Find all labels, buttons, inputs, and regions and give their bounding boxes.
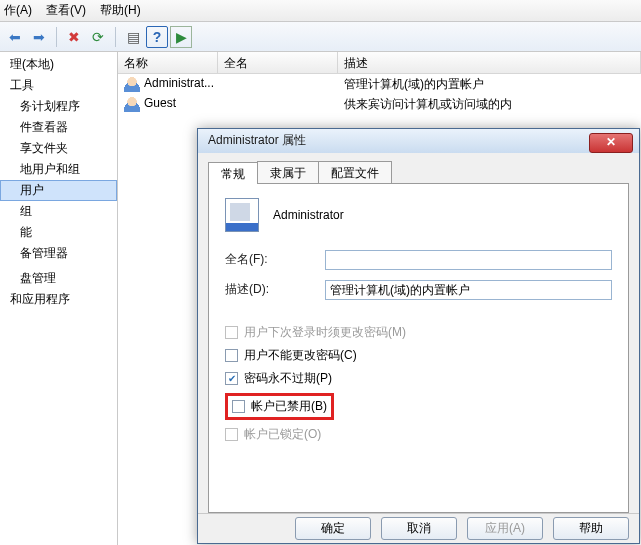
apply-button[interactable]: 应用(A): [467, 517, 543, 540]
description-label: 描述(D):: [225, 281, 325, 298]
tree-node[interactable]: 理(本地): [0, 54, 117, 75]
run-icon[interactable]: ▶: [170, 26, 192, 48]
tab-general[interactable]: 常规: [208, 162, 258, 184]
forward-icon[interactable]: ➡: [28, 26, 50, 48]
fullname-label: 全名(F):: [225, 251, 325, 268]
properties-dialog: Administrator 属性 ✕ 常规 隶属于 配置文件 Administr…: [197, 128, 640, 544]
description-field[interactable]: 管理计算机(域)的内置帐户: [325, 280, 612, 300]
checkbox-locked-label: 帐户已锁定(O): [244, 426, 321, 443]
tree-node[interactable]: 地用户和组: [0, 159, 117, 180]
tab-pane-general: Administrator 全名(F): 描述(D): 管理计算机(域)的内置帐…: [208, 183, 629, 513]
col-desc[interactable]: 描述: [338, 52, 641, 73]
user-icon: [124, 96, 140, 112]
tree-node[interactable]: 备管理器: [0, 243, 117, 264]
list-item[interactable]: Guest 供来宾访问计算机或访问域的内: [118, 94, 641, 114]
tab-memberof[interactable]: 隶属于: [257, 161, 319, 183]
checkbox-cannot-change[interactable]: [225, 349, 238, 362]
tree-node[interactable]: 务计划程序: [0, 96, 117, 117]
toolbar: ⬅ ➡ ✖ ⟳ ▤ ? ▶: [0, 22, 641, 52]
menubar: 作(A) 查看(V) 帮助(H): [0, 0, 641, 22]
col-fullname[interactable]: 全名: [218, 52, 338, 73]
tab-profile[interactable]: 配置文件: [318, 161, 392, 183]
cancel-button[interactable]: 取消: [381, 517, 457, 540]
refresh-icon[interactable]: ⟳: [87, 26, 109, 48]
menu-item-view[interactable]: 查看(V): [46, 2, 86, 19]
nav-tree: 理(本地) 工具 务计划程序 件查看器 享文件夹 地用户和组 用户 组 能 备管…: [0, 52, 118, 545]
checkbox-must-change-label: 用户下次登录时须更改密码(M): [244, 324, 406, 341]
checkbox-disabled-label: 帐户已禁用(B): [251, 398, 327, 415]
tab-strip: 常规 隶属于 配置文件: [208, 161, 629, 183]
tree-node[interactable]: 和应用程序: [0, 289, 117, 310]
ok-button[interactable]: 确定: [295, 517, 371, 540]
separator: [56, 27, 57, 47]
tree-node[interactable]: 工具: [0, 75, 117, 96]
checkbox-disabled[interactable]: [232, 400, 245, 413]
help-button[interactable]: 帮助: [553, 517, 629, 540]
tree-node[interactable]: 组: [0, 201, 117, 222]
list-header: 名称 全名 描述: [118, 52, 641, 74]
help-icon[interactable]: ?: [146, 26, 168, 48]
menu-item-help[interactable]: 帮助(H): [100, 2, 141, 19]
user-icon: [124, 76, 140, 92]
fullname-field[interactable]: [325, 250, 612, 270]
checkbox-locked: [225, 428, 238, 441]
back-icon[interactable]: ⬅: [4, 26, 26, 48]
checkbox-never-expire-label: 密码永不过期(P): [244, 370, 332, 387]
tree-node[interactable]: 件查看器: [0, 117, 117, 138]
menu-item-action[interactable]: 作(A): [4, 2, 32, 19]
checkbox-never-expire[interactable]: ✔: [225, 372, 238, 385]
delete-icon[interactable]: ✖: [63, 26, 85, 48]
list-item[interactable]: Administrat... 管理计算机(域)的内置帐户: [118, 74, 641, 94]
properties-icon[interactable]: ▤: [122, 26, 144, 48]
close-icon[interactable]: ✕: [589, 133, 633, 153]
highlight-box: 帐户已禁用(B): [225, 393, 334, 420]
user-large-icon: [225, 198, 259, 232]
dialog-button-bar: 确定 取消 应用(A) 帮助: [198, 513, 639, 543]
col-name[interactable]: 名称: [118, 52, 218, 73]
checkbox-cannot-change-label: 用户不能更改密码(C): [244, 347, 357, 364]
tree-node[interactable]: 享文件夹: [0, 138, 117, 159]
tree-node[interactable]: 盘管理: [0, 268, 117, 289]
account-name: Administrator: [273, 208, 344, 222]
separator: [115, 27, 116, 47]
dialog-titlebar[interactable]: Administrator 属性 ✕: [198, 129, 639, 153]
dialog-title: Administrator 属性: [208, 132, 306, 149]
tree-node-users[interactable]: 用户: [0, 180, 117, 201]
tree-node[interactable]: 能: [0, 222, 117, 243]
checkbox-must-change: [225, 326, 238, 339]
